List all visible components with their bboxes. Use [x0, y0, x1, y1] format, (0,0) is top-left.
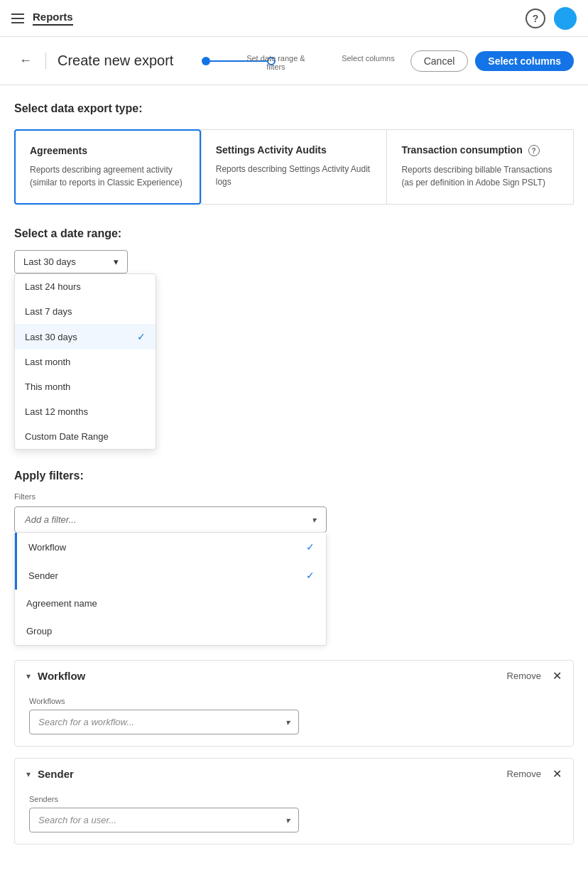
date-option-5[interactable]: Last 12 months [15, 399, 156, 424]
select-columns-button[interactable]: Select columns [475, 51, 574, 71]
workflow-filter-name: Workflow [38, 670, 500, 682]
nav-right: ? [526, 7, 577, 30]
header-bar: ← Create new export Set date range & fil… [0, 37, 588, 85]
date-option-1[interactable]: Last 7 days [15, 299, 156, 324]
step2-label: Select columns [336, 54, 400, 71]
sender-filter-name: Sender [38, 768, 500, 780]
nav-title: Reports [33, 11, 73, 26]
filter-option-group[interactable]: Group [15, 617, 326, 645]
senders-sub-label: Senders [29, 795, 559, 803]
workflow-check-icon: ✓ [306, 541, 315, 553]
sender-search-chevron-icon: ▾ [285, 815, 290, 825]
sender-search-placeholder: Search for a user... [38, 815, 116, 825]
export-card-transaction[interactable]: Transaction consumption ? Reports descri… [387, 129, 574, 205]
date-option-0[interactable]: Last 24 hours [15, 274, 156, 299]
date-option-3[interactable]: Last month [15, 349, 156, 374]
filters-label: Filters [14, 492, 574, 501]
date-option-4[interactable]: This month [15, 374, 156, 399]
card-desc-agreements: Reports describing agreement activity (s… [30, 163, 185, 189]
workflow-search-dropdown[interactable]: Search for a workflow... ▾ [29, 710, 299, 734]
back-button[interactable]: ← [14, 50, 37, 72]
info-icon[interactable]: ? [528, 145, 540, 156]
card-title-settings-audit: Settings Activity Audits [216, 144, 373, 156]
export-card-settings-audit[interactable]: Settings Activity Audits Reports describ… [201, 129, 388, 205]
stepper: Set date range & filters Select columns [202, 51, 400, 71]
filter-option-agreement-name[interactable]: Agreement name [15, 590, 326, 617]
page-title: Create new export [45, 53, 173, 69]
date-range-dropdown[interactable]: Last 30 days ▾ [14, 250, 128, 273]
step1-dot [202, 57, 210, 65]
applied-filter-workflow-header: ▾ Workflow Remove ✕ [15, 661, 573, 691]
date-range-title: Select a date range: [14, 227, 574, 240]
chevron-down-icon: ▾ [114, 256, 119, 267]
applied-filter-sender-header: ▾ Sender Remove ✕ [15, 759, 573, 789]
filters-title: Apply filters: [14, 470, 574, 482]
check-icon: ✓ [137, 331, 146, 342]
card-desc-settings-audit: Reports describing Settings Activity Aud… [216, 163, 373, 188]
cancel-button[interactable]: Cancel [410, 50, 469, 72]
sender-collapse-icon[interactable]: ▾ [26, 769, 31, 779]
applied-filter-sender: ▾ Sender Remove ✕ Senders Search for a u… [14, 758, 574, 845]
header-actions: Cancel Select columns [410, 50, 574, 72]
filter-options-menu: Workflow ✓ Sender ✓ Agreement name Group [14, 532, 327, 646]
top-nav: Reports ? [0, 0, 588, 37]
sender-check-icon: ✓ [306, 570, 315, 581]
card-desc-transaction: Reports describing billable Transactions… [401, 163, 559, 189]
workflow-search-chevron-icon: ▾ [285, 717, 290, 727]
step1-label: Set date range & filters [236, 54, 315, 71]
export-cards: Agreements Reports describing agreement … [14, 129, 574, 205]
avatar[interactable] [554, 7, 577, 30]
export-card-agreements[interactable]: Agreements Reports describing agreement … [14, 129, 201, 205]
sender-search-dropdown[interactable]: Search for a user... ▾ [29, 808, 299, 832]
filter-option-workflow[interactable]: Workflow ✓ [15, 533, 326, 561]
workflow-close-button[interactable]: ✕ [552, 669, 562, 683]
filter-option-sender[interactable]: Sender ✓ [15, 561, 326, 590]
help-icon[interactable]: ? [526, 9, 545, 28]
applied-filter-sender-body: Senders Search for a user... ▾ [15, 789, 573, 844]
date-range-selected: Last 30 days [23, 256, 76, 267]
add-filter-placeholder: Add a filter... [25, 514, 77, 525]
date-range-menu: Last 24 hours Last 7 days Last 30 days ✓… [14, 273, 156, 450]
workflow-remove-button[interactable]: Remove [507, 671, 541, 681]
card-title-transaction: Transaction consumption ? [401, 144, 559, 156]
add-filter-dropdown[interactable]: Add a filter... ▾ [14, 506, 327, 533]
sender-remove-button[interactable]: Remove [507, 769, 541, 779]
applied-filter-workflow: ▾ Workflow Remove ✕ Workflows Search for… [14, 660, 574, 747]
filters-section: Apply filters: Filters Add a filter... ▾… [14, 470, 574, 845]
workflows-sub-label: Workflows [29, 697, 559, 705]
sender-close-button[interactable]: ✕ [552, 767, 562, 781]
workflow-collapse-icon[interactable]: ▾ [26, 671, 31, 681]
hamburger-icon[interactable] [11, 13, 24, 23]
applied-filter-workflow-body: Workflows Search for a workflow... ▾ [15, 691, 573, 746]
card-title-agreements: Agreements [30, 145, 185, 156]
workflow-search-placeholder: Search for a workflow... [38, 717, 134, 727]
add-filter-chevron-icon: ▾ [312, 515, 316, 525]
date-option-2[interactable]: Last 30 days ✓ [15, 324, 156, 349]
date-range-section: Select a date range: Last 30 days ▾ Last… [14, 227, 574, 450]
export-type-title: Select data export type: [14, 102, 574, 115]
main-content: Select data export type: Agreements Repo… [0, 85, 588, 876]
date-option-6[interactable]: Custom Date Range [15, 424, 156, 449]
